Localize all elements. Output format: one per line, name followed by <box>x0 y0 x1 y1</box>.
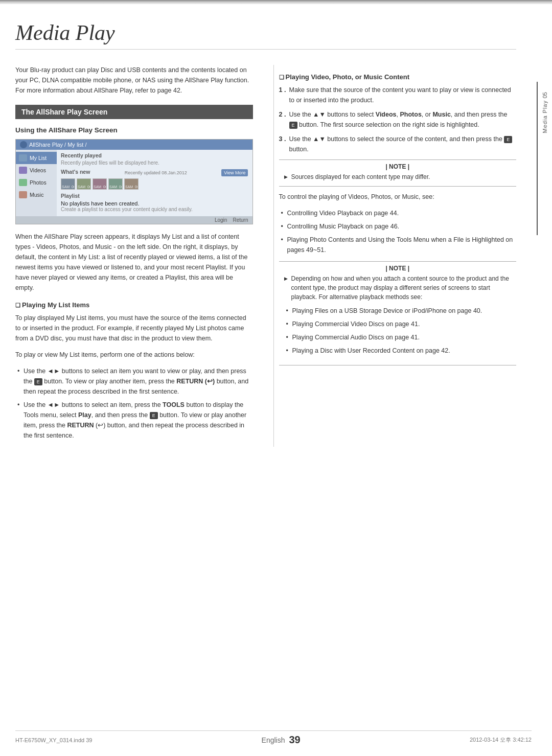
allshare-breadcrumb: AllShare Play / My list / <box>29 142 86 148</box>
footer-return[interactable]: Return <box>233 217 248 223</box>
subsection-title: Using the AllShare Play Screen <box>15 126 253 134</box>
mylist-icon <box>19 154 27 162</box>
body-paragraph-3: To play or view My List items, perform o… <box>15 350 253 360</box>
note2-bullet-1: Playing Files on a USB Storage Device or… <box>284 306 512 316</box>
note-box-2: | NOTE | Depending on how and when you a… <box>279 261 517 365</box>
right-column: Playing Video, Photo, or Music Content 1… <box>273 65 517 447</box>
note2-bullet-3: Playing Commercial Audio Discs on page 4… <box>284 332 512 342</box>
footer-login[interactable]: Login <box>215 217 227 223</box>
thumbnail-5: SAM_0005 <box>124 178 139 190</box>
step-1: 1 . Make sure that the source of the con… <box>279 85 517 105</box>
note2-bullet-2-text: Playing Commercial Video Discs on page 4… <box>292 320 420 328</box>
page-number: 39 <box>289 734 301 746</box>
recently-played-label: Recently played <box>61 152 248 158</box>
footer-file-info: HT-E6750W_XY_0314.indd 39 <box>15 737 92 743</box>
content-area: Media Play Your Blu-ray product can play… <box>15 0 532 447</box>
return-bold-2: RETURN <box>67 422 94 429</box>
enter-button-icon-2: E <box>150 412 158 419</box>
intro-paragraph: Your Blu-ray product can play Disc and U… <box>15 65 253 96</box>
right-sidebar: 05 Media Play <box>538 92 552 133</box>
thumbnail-3: SAM_0003 <box>93 178 107 190</box>
music-label: Music <box>30 192 43 198</box>
note2-bullet-3-text: Playing Commercial Audio Discs on page 4… <box>292 334 420 341</box>
sidebar-item-photos[interactable]: Photos <box>16 176 57 189</box>
control-bullet-2: Controlling Music Playback on page 46. <box>279 221 517 232</box>
play-bold: Play <box>78 411 91 419</box>
page-title: Media Play <box>15 20 516 50</box>
step-1-num: 1 . <box>279 85 286 95</box>
photos-label: Photos <box>30 179 47 186</box>
thumbnail-4: SAM_0004 <box>108 178 123 190</box>
allshare-sidebar: My List Videos Photos <box>16 150 57 216</box>
control-bullet-3-text: Playing Photo Contents and Using the Too… <box>287 236 513 254</box>
playlist-label: Playlist <box>61 193 248 199</box>
note2-bullet-4: Playing a Disc with User Recorded Conten… <box>284 346 512 356</box>
sidebar-chapter-num: 05 <box>542 92 548 98</box>
music-bold: Music <box>432 111 450 118</box>
step-3: 3 . Use the ▲▼ buttons to select the sou… <box>279 134 517 154</box>
whats-new-row: What's new Recently updated 08.Jan.2012 … <box>61 169 248 176</box>
note2-bullets: Playing Files on a USB Storage Device or… <box>284 306 512 356</box>
mylist-label: My List <box>30 155 47 161</box>
step-2-num: 2 . <box>279 109 286 120</box>
footer-timestamp: 2012-03-14 오후 3:42:12 <box>470 736 532 744</box>
page-container: 05 Media Play Media Play Your Blu-ray pr… <box>0 0 552 756</box>
main-content: Your Blu-ray product can play Disc and U… <box>15 65 516 447</box>
my-list-actions: Use the ◄► buttons to select an item you… <box>15 366 253 441</box>
allshare-main-panel: Recently played Recently played files wi… <box>57 150 252 216</box>
thumbnail-1: SAM_0001 <box>61 178 75 190</box>
body-paragraph-1: When the AllShare Play screen appears, i… <box>15 232 253 293</box>
allshare-icon <box>20 141 27 148</box>
allshare-screen-mockup: AllShare Play / My list / My List Videos <box>15 139 253 224</box>
photos-bold: Photos <box>400 111 422 118</box>
return-bold-1: RETURN (↩) <box>176 378 215 385</box>
control-bullet-1: Controlling Video Playback on page 44. <box>279 208 517 218</box>
allshare-body: My List Videos Photos <box>16 150 252 216</box>
allshare-top-bar: AllShare Play / My list / <box>16 140 252 150</box>
recently-played-subtext: Recently played files will be displayed … <box>61 160 248 166</box>
note2-intro-text: Depending on how and when you attach a c… <box>284 274 512 302</box>
note2-label: | NOTE | <box>284 265 512 272</box>
page-footer: HT-E6750W_XY_0314.indd 39 English 39 201… <box>15 730 532 746</box>
whats-new-label: What's new <box>61 169 90 175</box>
playing-video-heading: Playing Video, Photo, or Music Content <box>279 73 517 81</box>
music-icon <box>19 191 27 198</box>
playlist-sub-text: Create a playlist to access your content… <box>61 207 248 212</box>
note2-bullet-4-text: Playing a Disc with User Recorded Conten… <box>292 347 450 354</box>
videos-label: Videos <box>30 167 46 173</box>
bullet2-text: Use the ◄► buttons to select an item, pr… <box>24 401 246 439</box>
step-2: 2 . Use the ▲▼ buttons to select Videos,… <box>279 109 517 130</box>
control-bullet-1-text: Controlling Video Playback on page 44. <box>287 210 399 217</box>
sidebar-item-videos[interactable]: Videos <box>16 164 57 176</box>
videos-bold: Videos <box>376 111 397 118</box>
left-column: Your Blu-ray product can play Disc and U… <box>15 65 258 447</box>
control-bullet-3: Playing Photo Contents and Using the Too… <box>279 235 517 255</box>
enter-button-icon: E <box>34 378 42 385</box>
photos-icon <box>19 179 27 186</box>
whats-new-date: Recently updated 08.Jan.2012 <box>125 170 187 175</box>
step-3-num: 3 . <box>279 134 286 144</box>
note1-label: | NOTE | <box>284 163 512 170</box>
bullet-item-1: Use the ◄► buttons to select an item you… <box>15 366 253 397</box>
bullet1-text: Use the ◄► buttons to select an item you… <box>24 368 248 395</box>
sidebar-item-mylist[interactable]: My List <box>16 152 57 164</box>
control-bullet-2-text: Controlling Music Playback on page 46. <box>287 223 400 230</box>
enter-button-icon-4: E <box>504 136 512 143</box>
view-more-button[interactable]: View More <box>221 169 248 176</box>
allshare-section-header: The AllShare Play Screen <box>15 105 253 119</box>
page-number-box: English 39 <box>262 734 301 746</box>
steps-list: 1 . Make sure that the source of the con… <box>279 85 517 154</box>
control-bullets: Controlling Video Playback on page 44. C… <box>279 208 517 255</box>
tools-bold: TOOLS <box>163 401 185 408</box>
enter-button-icon-3: E <box>289 122 297 129</box>
bullet-item-2: Use the ◄► buttons to select an item, pr… <box>15 400 253 441</box>
playing-my-list-heading: Playing My List Items <box>15 301 253 309</box>
step-3-text: Use the ▲▼ buttons to select the source … <box>289 135 513 153</box>
step4-intro: To control the playing of Videos, Photos… <box>279 192 517 202</box>
playlist-empty-text: No playlists have been created. <box>61 200 248 207</box>
top-decorative-bar <box>0 0 552 4</box>
sidebar-item-music[interactable]: Music <box>16 189 57 201</box>
videos-icon <box>19 167 27 174</box>
note2-bullet-1-text: Playing Files on a USB Storage Device or… <box>292 307 482 314</box>
thumbnails-row: SAM_0001 SAM_0002 SAM_0003 SAM_0004 SAM_… <box>61 178 248 190</box>
